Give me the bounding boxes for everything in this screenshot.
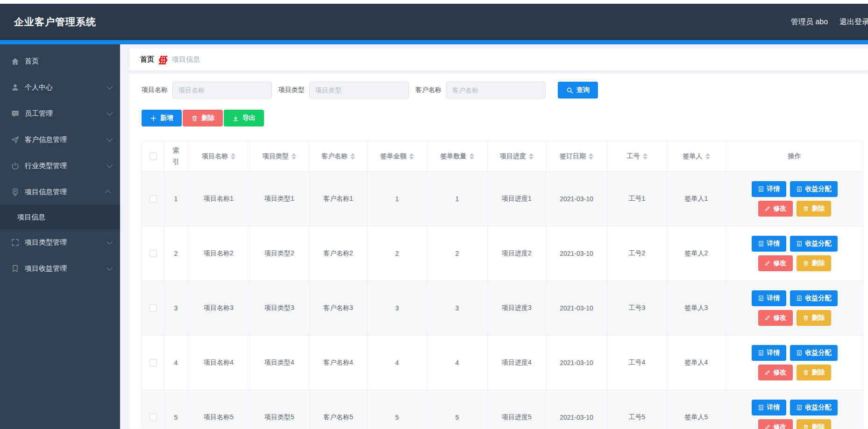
sidebar-subitem-project-info[interactable]: 项目信息 bbox=[0, 205, 120, 229]
detail-button[interactable]: 详情 bbox=[752, 236, 786, 252]
sidebar-item-home[interactable]: 首页 bbox=[0, 48, 120, 74]
header-actions: 操作 bbox=[726, 141, 863, 172]
profit-allocation-button[interactable]: 收益分配 bbox=[790, 181, 838, 197]
row-select-cell bbox=[142, 281, 164, 335]
cell-project-progress: 项目进度3 bbox=[488, 281, 546, 335]
profit-allocation-button[interactable]: 收益分配 bbox=[790, 345, 838, 361]
row-checkbox[interactable] bbox=[149, 359, 157, 366]
cell-sign-date: 2021-03-10 bbox=[546, 390, 607, 429]
cell-project-type: 项目类型2 bbox=[250, 226, 309, 281]
header-project-type[interactable]: 项目类型 bbox=[250, 141, 309, 172]
cell-sign-date: 2021-03-10 bbox=[546, 226, 607, 281]
cell-project-type: 项目类型5 bbox=[250, 390, 309, 429]
logout-link[interactable]: 退出登录 bbox=[840, 17, 868, 27]
cell-signer: 签单人2 bbox=[667, 226, 726, 281]
sidebar-item-industry-type-management[interactable]: 行业类型管理 bbox=[0, 153, 120, 179]
table-row: 2 项目名称2 项目类型2 客户名称2 2 2 项目进度2 2021-03-10… bbox=[142, 226, 863, 281]
cell-project-progress: 项目进度4 bbox=[488, 335, 546, 390]
sidebar-item-project-info-management[interactable]: 项目信息管理 bbox=[0, 179, 120, 205]
cell-actions: 详情 收益分配 bbox=[726, 390, 863, 429]
search-icon bbox=[566, 87, 573, 94]
row-delete-button[interactable]: 删除 bbox=[797, 255, 831, 271]
sort-icon[interactable] bbox=[470, 153, 474, 160]
document-icon bbox=[796, 350, 803, 356]
profit-allocation-button[interactable]: 收益分配 bbox=[790, 400, 838, 415]
sort-icon[interactable] bbox=[231, 153, 235, 160]
sort-icon[interactable] bbox=[643, 153, 647, 160]
sidebar-item-employee-management[interactable]: 员工管理 bbox=[0, 100, 120, 127]
row-checkbox[interactable] bbox=[149, 304, 157, 312]
logged-in-user: 管理员 abo bbox=[791, 17, 828, 27]
row-delete-button[interactable]: 删除 bbox=[797, 419, 831, 429]
edit-button[interactable]: 修改 bbox=[758, 255, 793, 271]
edit-button[interactable]: 修改 bbox=[758, 310, 793, 326]
power-icon bbox=[11, 162, 20, 170]
sort-icon[interactable] bbox=[705, 153, 710, 160]
row-checkbox[interactable] bbox=[149, 414, 157, 421]
detail-button[interactable]: 详情 bbox=[752, 290, 786, 306]
bulk-delete-button[interactable]: 删除 bbox=[183, 110, 223, 127]
row-delete-button[interactable]: 删除 bbox=[797, 201, 831, 217]
sort-icon[interactable] bbox=[589, 153, 593, 160]
row-delete-button[interactable]: 删除 bbox=[797, 365, 831, 380]
cell-customer-name: 客户名称2 bbox=[309, 226, 368, 281]
search-button[interactable]: 查询 bbox=[558, 82, 598, 98]
cell-actions: 详情 收益分配 bbox=[726, 335, 863, 390]
cell-index: 4 bbox=[164, 335, 188, 390]
select-all-checkbox[interactable] bbox=[149, 153, 157, 160]
row-select-cell bbox=[142, 335, 164, 390]
edit-button[interactable]: 修改 bbox=[758, 365, 793, 380]
sidebar: 首页 个人中心 员工管理 客户信息管理 bbox=[0, 44, 120, 429]
row-checkbox[interactable] bbox=[149, 195, 157, 203]
cell-sign-date: 2021-03-10 bbox=[546, 281, 607, 335]
cell-work-no: 工号3 bbox=[607, 281, 667, 335]
search-form: 项目名称 项目类型 客户名称 查询 bbox=[142, 82, 868, 98]
sort-icon[interactable] bbox=[350, 153, 355, 160]
sort-icon[interactable] bbox=[292, 153, 296, 160]
cell-project-name: 项目名称2 bbox=[188, 226, 250, 281]
header-work-no[interactable]: 工号 bbox=[607, 141, 667, 172]
project-type-input[interactable] bbox=[309, 82, 409, 98]
header-project-progress[interactable]: 项目进度 bbox=[488, 141, 546, 172]
header-sign-amount[interactable]: 签单金额 bbox=[368, 141, 427, 172]
download-icon bbox=[232, 115, 239, 122]
detail-button[interactable]: 详情 bbox=[752, 345, 786, 361]
cell-sign-quantity: 2 bbox=[427, 226, 488, 281]
project-name-input[interactable] bbox=[172, 82, 272, 98]
row-select-cell bbox=[142, 226, 164, 281]
detail-button[interactable]: 详情 bbox=[752, 181, 786, 197]
customer-name-input[interactable] bbox=[446, 82, 546, 98]
sort-icon[interactable] bbox=[529, 153, 534, 160]
header-project-name[interactable]: 项目名称 bbox=[188, 141, 250, 172]
profit-allocation-button[interactable]: 收益分配 bbox=[790, 236, 838, 252]
pencil-icon bbox=[764, 369, 771, 376]
row-delete-button[interactable]: 删除 bbox=[797, 310, 831, 326]
sidebar-item-personal-center[interactable]: 个人中心 bbox=[0, 74, 120, 100]
send-icon bbox=[11, 135, 20, 144]
sort-icon[interactable] bbox=[409, 153, 414, 160]
header-signer[interactable]: 签单人 bbox=[667, 141, 726, 172]
profit-allocation-button[interactable]: 收益分配 bbox=[790, 290, 838, 306]
header-sign-quantity[interactable]: 签单数量 bbox=[427, 141, 488, 172]
detail-button[interactable]: 详情 bbox=[752, 400, 786, 415]
cell-index: 1 bbox=[164, 171, 188, 226]
customer-name-label: 客户名称 bbox=[415, 86, 441, 94]
export-button[interactable]: 导出 bbox=[224, 110, 264, 127]
row-select-cell bbox=[142, 171, 164, 226]
project-table: 索引 项目名称 项目类型 客户名称 签单金额 签单数量 项目进度 签订日期 工号… bbox=[142, 141, 863, 429]
table-row: 3 项目名称3 项目类型3 客户名称3 3 3 项目进度3 2021-03-10… bbox=[142, 281, 863, 335]
sidebar-item-customer-info-management[interactable]: 客户信息管理 bbox=[0, 127, 120, 153]
add-button[interactable]: 新增 bbox=[142, 110, 182, 127]
edit-button[interactable]: 修改 bbox=[758, 419, 793, 429]
breadcrumb-home[interactable]: 首页 bbox=[140, 55, 154, 64]
document-icon bbox=[758, 240, 764, 247]
header-customer-name[interactable]: 客户名称 bbox=[309, 141, 368, 172]
sidebar-item-project-type-management[interactable]: 项目类型管理 bbox=[0, 229, 120, 255]
trash-icon bbox=[803, 315, 809, 321]
header-sign-date[interactable]: 签订日期 bbox=[546, 141, 607, 172]
bookmark-icon bbox=[11, 264, 20, 273]
cell-sign-quantity: 5 bbox=[427, 390, 488, 429]
row-checkbox[interactable] bbox=[149, 250, 157, 257]
sidebar-item-project-profit-management[interactable]: 项目收益管理 bbox=[0, 255, 120, 281]
edit-button[interactable]: 修改 bbox=[758, 201, 793, 217]
